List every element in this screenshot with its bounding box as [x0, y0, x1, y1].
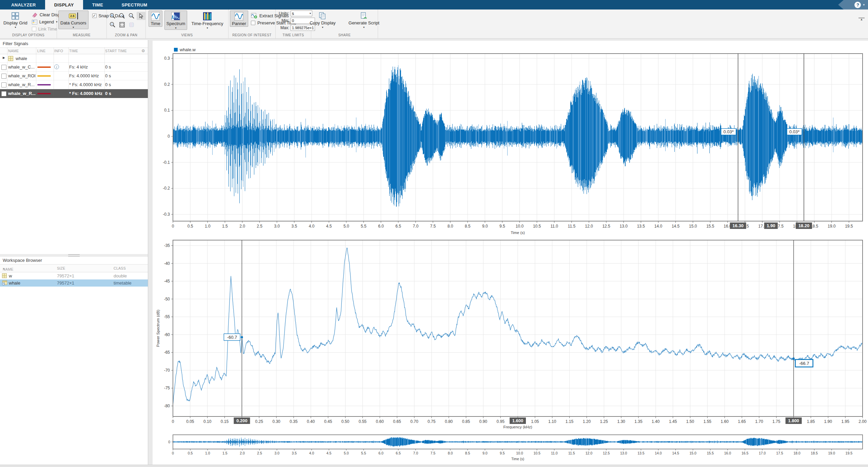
col-start[interactable]: START TIME: [105, 49, 127, 53]
svg-text:1.5: 1.5: [222, 224, 228, 229]
expand-triangle-icon[interactable]: ▶: [3, 56, 5, 59]
zoom-out-button[interactable]: [108, 21, 117, 29]
section-label-views: VIEWS: [146, 33, 228, 38]
fit-to-view-button[interactable]: [118, 21, 126, 29]
tab-analyzer[interactable]: ANALYZER: [2, 0, 45, 9]
svg-text:13.0: 13.0: [620, 451, 627, 455]
workspace-row[interactable]: w79572×1double: [0, 272, 148, 279]
copy-display-button[interactable]: Copy Display ▾: [308, 11, 338, 29]
signal-row[interactable]: whale_w_ROIFs: 4.0000 kHz0 s: [0, 72, 148, 80]
tab-display[interactable]: DISPLAY: [45, 0, 83, 9]
generate-script-button[interactable]: Generate Script ▾: [347, 11, 381, 29]
panner-icon: [234, 12, 243, 21]
horizontal-splitter[interactable]: [0, 254, 148, 257]
line-color-swatch: [37, 75, 51, 77]
svg-text:2.5: 2.5: [257, 451, 262, 455]
zoom-in-x-button[interactable]: x: [118, 12, 126, 20]
col-line[interactable]: LINE: [37, 49, 46, 53]
help-button[interactable]: ?: [854, 2, 861, 8]
vertical-splitter[interactable]: [148, 39, 153, 467]
svg-text:-0.2: -0.2: [163, 186, 170, 191]
svg-text:0.75: 0.75: [428, 419, 436, 424]
svg-text:8.0: 8.0: [448, 224, 453, 229]
col-info[interactable]: INFO: [54, 49, 63, 53]
time-plot[interactable]: 00.51.01.52.02.53.03.54.04.55.05.56.06.5…: [153, 41, 868, 237]
svg-text:14.5: 14.5: [672, 224, 680, 229]
signal-checkbox[interactable]: [1, 91, 6, 96]
svg-text:3.5: 3.5: [292, 451, 297, 455]
svg-text:7.5: 7.5: [430, 224, 436, 229]
panner-button[interactable]: Panner: [230, 11, 248, 27]
section-share: Copy Display ▾ Generate Script ▾ SHARE: [311, 9, 378, 38]
svg-text:5.0: 5.0: [344, 451, 349, 455]
extract-signals-icon: [251, 13, 257, 19]
spectrum-plot[interactable]: 00.050.100.150.200.250.300.350.400.450.5…: [153, 237, 868, 431]
signal-time: Fs: 4 kHz: [69, 64, 88, 70]
ws-col-size[interactable]: SIZE: [57, 266, 65, 270]
svg-text:1.65: 1.65: [738, 419, 746, 424]
svg-text:0.50: 0.50: [341, 419, 350, 424]
svg-text:-40: -40: [164, 261, 170, 266]
svg-text:0.25: 0.25: [255, 419, 263, 424]
zoom-in-button[interactable]: [108, 12, 117, 20]
svg-text:1.600: 1.600: [512, 418, 524, 423]
column-separator: [36, 47, 36, 96]
svg-text:1.25: 1.25: [600, 419, 608, 424]
svg-text:-60.7: -60.7: [227, 335, 237, 340]
signal-row[interactable]: whale_w_C...iFs: 4 kHz0 s: [0, 63, 148, 72]
data-cursors-button[interactable]: 2.5 Data Cursors ▾: [58, 11, 88, 29]
svg-text:19.5: 19.5: [846, 451, 853, 455]
time-frequency-view-button[interactable]: Time-Frequency ▾: [189, 11, 225, 30]
ws-col-class[interactable]: CLASS: [114, 266, 126, 270]
svg-text:0.30: 0.30: [272, 419, 280, 424]
svg-text:1.05: 1.05: [531, 419, 539, 424]
units-label: Units:: [277, 11, 289, 16]
section-time-limits: Units: s▾ Min: Max: TIME LIMITS: [276, 9, 311, 38]
workspace-header: NAME ▲ SIZE CLASS: [0, 265, 148, 272]
svg-text:2.0: 2.0: [240, 451, 245, 455]
panner-plot[interactable]: 00.51.01.52.02.53.03.54.04.55.05.56.06.5…: [153, 431, 868, 465]
svg-text:4.5: 4.5: [327, 451, 332, 455]
display-grid-button[interactable]: Display Grid ▾: [1, 11, 29, 29]
preserve-start-time-checkbox-box[interactable]: [251, 21, 255, 25]
svg-text:1.30: 1.30: [617, 419, 625, 424]
workspace-row[interactable]: whale79572×1timetable: [0, 279, 148, 287]
table-settings-gear-icon[interactable]: ⚙: [141, 48, 145, 53]
snap-to-data-checkbox-box[interactable]: ✓: [92, 14, 97, 18]
svg-text:0.3: 0.3: [164, 56, 170, 61]
signal-checkbox[interactable]: [1, 74, 6, 79]
pointer-tool-button[interactable]: [137, 12, 145, 20]
zoom-out-icon: [109, 21, 116, 28]
signal-row[interactable]: whale_w_R...* Fs: 4.0000 kHz0 s: [0, 80, 148, 89]
signal-group-row[interactable]: ▶whale: [0, 54, 148, 63]
svg-text:12.0: 12.0: [586, 451, 593, 455]
signal-row[interactable]: whale_w_R...* Fs: 4.0000 kHz0 s: [0, 89, 148, 98]
svg-text:1.90: 1.90: [824, 419, 832, 424]
signal-checkbox[interactable]: [1, 65, 6, 70]
svg-text:1.55: 1.55: [704, 419, 712, 424]
tab-time[interactable]: TIME: [83, 0, 113, 9]
time-frequency-caret-icon: ▾: [207, 27, 208, 29]
svg-text:1.75: 1.75: [772, 419, 781, 424]
info-icon[interactable]: i: [54, 64, 59, 69]
min-label: Min:: [277, 18, 289, 23]
col-name[interactable]: NAME: [8, 49, 19, 53]
svg-text:6.5: 6.5: [396, 451, 401, 455]
svg-text:0.200: 0.200: [236, 418, 248, 423]
display-grid-icon: [11, 12, 19, 20]
filter-signals-header: NAME LINE INFO TIME START TIME ⚙: [0, 48, 148, 54]
svg-text:0.60: 0.60: [376, 419, 384, 424]
svg-text:Power Spectrum (dB): Power Spectrum (dB): [156, 310, 160, 347]
var-name: whale: [9, 280, 20, 286]
ribbon: Display Grid ▾ Clear Display ▾ Legend ▾: [0, 9, 868, 39]
spectrum-view-button[interactable]: Spectrum ▾: [164, 11, 188, 30]
col-time[interactable]: TIME: [69, 49, 78, 53]
collapse-ribbon-button[interactable]: ▲: [859, 18, 865, 23]
signal-checkbox[interactable]: [1, 82, 6, 87]
svg-text:0.70: 0.70: [410, 419, 418, 424]
time-view-button[interactable]: Time: [149, 11, 162, 27]
svg-text:-75: -75: [164, 386, 170, 390]
tab-spectrum[interactable]: SPECTRUM: [112, 0, 156, 9]
zoom-in-y-button[interactable]: y: [127, 12, 136, 20]
help-dropdown-icon[interactable]: ▾: [863, 3, 865, 6]
